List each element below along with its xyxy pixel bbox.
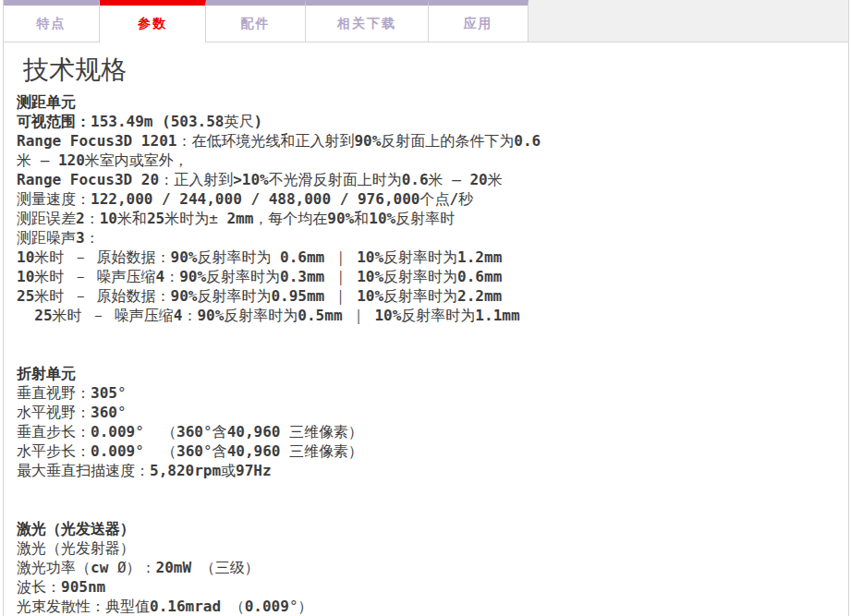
spec-text: 垂直视野：305°	[17, 384, 127, 402]
spec-text: 激光（光发射器）	[17, 539, 135, 557]
section-heading: 激光（光发送器）	[17, 519, 835, 538]
spec-text: Range Focus3D 20：正入射到>10%不光滑反射面上时为0.6米 –…	[17, 171, 503, 188]
tab-features[interactable]: 特点	[4, 0, 100, 42]
spec-line: 10米时 － 原始数据：90%反射率时为 0.6mm ｜ 10%反射率时为1.2…	[17, 248, 551, 267]
spec-text: 25米时 － 原始数据：90%反射率时为0.95mm ｜ 10%反射率时为2.2…	[17, 287, 502, 305]
spec-line: 可视范围：153.49m (503.58英尺)	[17, 112, 551, 131]
spec-text: 激光功率（cw Ø）：20mW （三级）	[17, 559, 260, 576]
spec-line: Range Focus3D 20：正入射到>10%不光滑反射面上时为0.6米 –…	[17, 170, 551, 189]
page-title: 技术规格	[17, 55, 835, 85]
spec-text: 最大垂直扫描速度：5,820rpm或97Hz	[17, 462, 272, 479]
spec-line: 测距误差2：10米和25米时为± 2mm，每个均在90%和10%反射率时	[17, 209, 551, 228]
tab-bar: 特点 参数 配件 相关下载 应用	[4, 0, 848, 42]
section-ranging-unit: 测距单元 可视范围：153.49m (503.58英尺) Range Focus…	[17, 92, 835, 325]
spec-line: 水平视野：360°	[17, 403, 551, 422]
section-heading: 折射单元	[17, 364, 835, 383]
spec-line: 光束发散性：典型值0.16mrad （0.009°）	[17, 597, 551, 616]
spec-text: 水平视野：360°	[17, 404, 127, 421]
spec-content: 技术规格 测距单元 可视范围：153.49m (503.58英尺) Range …	[4, 42, 848, 616]
spec-text: 波长：905nm	[17, 578, 105, 596]
spec-line: 激光（光发射器）	[17, 538, 551, 558]
spec-line: 测量速度：122,000 / 244,000 / 488,000 / 976,0…	[17, 189, 551, 209]
spec-line: 最大垂直扫描速度：5,820rpm或97Hz	[17, 461, 551, 480]
tab-downloads[interactable]: 相关下载	[306, 0, 429, 42]
spec-page: 特点 参数 配件 相关下载 应用 技术规格 测距单元 可视范围：153.49m …	[0, 0, 851, 616]
spec-text: 水平步长：0.009° （360°含40,960 三维像素）	[17, 442, 363, 460]
spec-line: 波长：905nm	[17, 577, 551, 597]
tab-applications[interactable]: 应用	[429, 0, 529, 42]
page-frame: 特点 参数 配件 相关下载 应用 技术规格 测距单元 可视范围：153.49m …	[3, 0, 849, 616]
section-deflection-unit: 折射单元 垂直视野：305° 水平视野：360° 垂直步长：0.009° （36…	[17, 364, 835, 480]
spec-text: 25米时 － 噪声压缩4：90%反射率时为0.5mm ｜ 10%反射率时为1.1…	[17, 307, 520, 324]
spec-text: 测距噪声3：	[17, 229, 100, 247]
spec-text: 测量速度：122,000 / 244,000 / 488,000 / 976,0…	[17, 190, 473, 208]
spec-text: 10米时 － 原始数据：90%反射率时为 0.6mm ｜ 10%反射率时为1.2…	[17, 248, 502, 266]
spec-line: 垂直视野：305°	[17, 383, 551, 403]
spec-line: 25米时 － 噪声压缩4：90%反射率时为0.5mm ｜ 10%反射率时为1.1…	[17, 306, 551, 325]
spec-text: 10米时 － 噪声压缩4：90%反射率时为0.3mm ｜ 10%反射率时为0.6…	[17, 268, 502, 285]
spec-text: 垂直步长：0.009° （360°含40,960 三维像素）	[17, 423, 363, 441]
spec-line: 水平步长：0.009° （360°含40,960 三维像素）	[17, 441, 551, 461]
spec-line: 垂直步长：0.009° （360°含40,960 三维像素）	[17, 422, 551, 441]
section-laser: 激光（光发送器） 激光（光发射器） 激光功率（cw Ø）：20mW （三级） 波…	[17, 519, 835, 616]
spec-line: 测距噪声3：	[17, 228, 551, 248]
spec-text: Range Focus3D 1201：在低环境光线和正入射到90%反射面上的条件…	[17, 132, 541, 169]
spec-line: 10米时 － 噪声压缩4：90%反射率时为0.3mm ｜ 10%反射率时为0.6…	[17, 267, 551, 286]
spec-text: 测距误差2：10米和25米时为± 2mm，每个均在90%和10%反射率时	[17, 210, 455, 227]
tab-parameters[interactable]: 参数	[100, 0, 206, 42]
spec-line: 25米时 － 原始数据：90%反射率时为0.95mm ｜ 10%反射率时为2.2…	[17, 286, 551, 306]
spec-text: 光束发散性：典型值0.16mrad （0.009°）	[17, 598, 313, 615]
tab-accessories[interactable]: 配件	[206, 0, 306, 42]
spec-text: 153.49m (503.58英尺)	[91, 113, 262, 130]
tab-bar-filler	[529, 0, 848, 42]
spec-line: Range Focus3D 1201：在低环境光线和正入射到90%反射面上的条件…	[17, 131, 551, 170]
spec-label: 可视范围：	[17, 113, 91, 130]
section-heading: 测距单元	[17, 92, 835, 112]
spec-line: 激光功率（cw Ø）：20mW （三级）	[17, 558, 551, 577]
